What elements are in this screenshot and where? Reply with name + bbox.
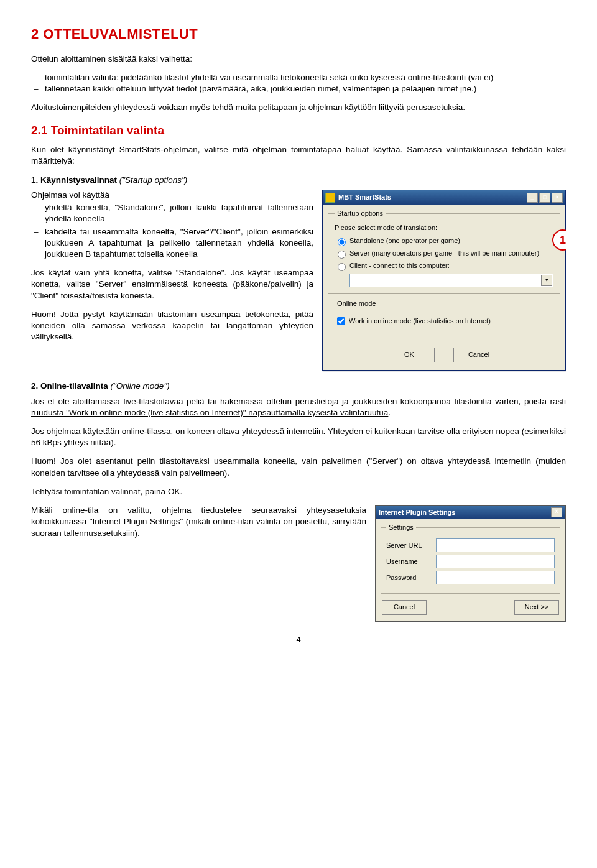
dialog-title: Internet Plugin Settings — [379, 508, 455, 517]
cancel-button[interactable]: Cancel — [453, 348, 504, 362]
next-button[interactable]: Next >> — [514, 600, 559, 615]
online-mode-fieldset: Online mode 2 Work in online mode (live … — [328, 299, 560, 337]
page-number: 4 — [31, 634, 566, 645]
cancel-button[interactable]: Cancel — [382, 600, 427, 615]
numbered-item-2: 2. Online-tilavalinta ("Online mode") — [31, 381, 566, 392]
online-para-2: Jos ohjelmaa käytetään online-tilassa, o… — [31, 426, 566, 448]
radio-client-label: Client - connect to this computer: — [349, 261, 450, 270]
intro-list: toimintatilan valinta: pidetäänkö tilast… — [31, 72, 566, 95]
username-input[interactable] — [436, 555, 555, 568]
fieldset-legend: Online mode — [335, 299, 378, 308]
maximize-button[interactable]: □ — [539, 193, 550, 203]
numitem-paren: ("Online mode") — [111, 381, 170, 390]
intro-list-item: tallennetaan kaikki otteluun liittyvät t… — [45, 83, 566, 95]
online-mode-checkbox[interactable] — [337, 317, 345, 325]
section-heading: 2.1 Toimintatilan valinta — [31, 122, 566, 139]
client-combo[interactable]: ▾ — [349, 274, 553, 287]
list-item: yhdeltä koneelta, "Standalone", jolloin … — [45, 202, 566, 224]
text-run: . — [388, 408, 391, 417]
minimize-button[interactable]: _ — [527, 193, 538, 203]
cancel-label: ancel — [473, 351, 489, 358]
username-label: Username — [386, 557, 436, 566]
numitem-paren: ("Startup options") — [119, 175, 187, 185]
intro-list-item: toimintatilan valinta: pidetäänkö tilast… — [45, 72, 566, 83]
password-input[interactable] — [436, 571, 555, 584]
ok-label: K — [410, 351, 414, 358]
server-url-input[interactable] — [436, 538, 555, 552]
fieldset-legend: Settings — [386, 523, 416, 532]
numbered-item-1: 1. Käynnistysvalinnat ("Startup options"… — [31, 175, 566, 186]
numitem-label: 2. Online-tilavalinta — [31, 381, 108, 390]
section-intro: Kun olet käynnistänyt SmartStats-ohjelma… — [31, 144, 566, 167]
intro-text: Ottelun aloittaminen sisältää kaksi vaih… — [31, 53, 566, 65]
numitem-label: 1. Käynnistysvalinnat — [31, 175, 117, 185]
list-item: kahdelta tai useammalta koneelta, "Serve… — [45, 226, 566, 261]
online-mode-label: Work in online mode (live statistics on … — [349, 316, 491, 326]
dialog-titlebar: Internet Plugin Settings × — [376, 506, 565, 519]
close-button[interactable]: × — [552, 193, 563, 203]
chevron-down-icon[interactable]: ▾ — [541, 275, 552, 286]
usage-list: yhdeltä koneelta, "Standalone", jolloin … — [31, 202, 566, 260]
ok-para: Tehtyäsi toimintatilan valinnat, paina O… — [31, 486, 566, 497]
text-underline: et ole — [48, 397, 70, 406]
text-run: aloittamassa live-tilastoitavaa peliä ta… — [69, 397, 524, 406]
password-label: Password — [386, 573, 436, 583]
close-button[interactable]: × — [551, 507, 562, 517]
dialog-title: MBT SmartStats — [338, 193, 391, 202]
plugin-settings-dialog: Internet Plugin Settings × Settings Serv… — [375, 505, 566, 622]
intro-tail: Aloitustoimenpiteiden yhteydessä voidaan… — [31, 102, 566, 113]
text-run: Jos — [31, 397, 48, 406]
app-icon — [325, 193, 335, 203]
radio-client[interactable] — [338, 263, 346, 271]
chapter-heading: 2 OTTELUVALMISTELUT — [31, 25, 566, 44]
online-para-3: Huom! Jos olet asentanut pelin tilastoit… — [31, 456, 566, 478]
settings-fieldset: Settings Server URL Username Password — [381, 523, 560, 594]
ok-button[interactable]: OK — [384, 348, 435, 362]
server-url-label: Server URL — [386, 541, 436, 550]
online-para-1: Jos et ole aloittamassa live-tilastoitav… — [31, 396, 566, 418]
